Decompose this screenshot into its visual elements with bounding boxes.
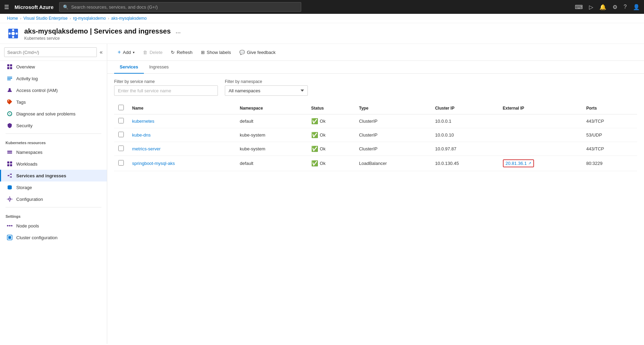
external-ip-link[interactable]: 20.81.36.1 (506, 161, 527, 166)
account-icon[interactable]: 👤 (633, 4, 640, 10)
sidebar-item-overview[interactable]: Overview (0, 61, 107, 73)
search-icon: 🔍 (63, 4, 68, 10)
sidebar-item-label: Services and ingresses (16, 173, 66, 178)
sidebar-item-activity-log[interactable]: Activity log (0, 73, 107, 84)
status-ok-icon: ✅ (311, 146, 318, 152)
filter-namespace: Filter by namespace All namespacesdefaul… (225, 79, 308, 96)
svg-rect-28 (8, 236, 11, 239)
breadcrumb-home[interactable]: Home (7, 16, 18, 21)
sidebar-item-node-pools[interactable]: Node pools (0, 220, 107, 232)
cell-cluster-ip: 10.0.0.1 (431, 114, 499, 128)
sidebar-item-label: Storage (16, 185, 32, 190)
svg-point-3 (12, 36, 14, 38)
refresh-button[interactable]: ↻ Refresh (167, 48, 196, 57)
service-name-link[interactable]: kube-dns (132, 132, 150, 138)
service-name-link[interactable]: kubernetes (132, 119, 154, 124)
topnav-icons: ⌨ ▷ 🔔 ⚙ ? 👤 (575, 4, 640, 10)
sidebar-item-label: Diagnose and solve problems (16, 111, 75, 116)
cell-namespace: default (236, 114, 307, 128)
breadcrumb: Home › Visual Studio Enterprise › rg-mys… (0, 14, 644, 23)
sidebar-search-input[interactable] (4, 47, 97, 57)
breadcrumb-current[interactable]: aks-mysqlaksdemo (111, 16, 147, 21)
sidebar-item-services-ingresses[interactable]: Services and ingresses (0, 170, 107, 181)
sidebar-item-label: Workloads (16, 161, 37, 167)
sidebar-item-namespaces[interactable]: Namespaces (0, 146, 107, 158)
settings-icon[interactable]: ⚙ (613, 4, 617, 10)
status-ok-icon: ✅ (311, 132, 318, 138)
svg-point-4 (9, 32, 11, 35)
svg-rect-14 (7, 151, 12, 152)
config-icon (7, 196, 13, 202)
status-ok-icon: ✅ (311, 160, 318, 167)
page-header: aks-mysqlaksdemo | Services and ingresse… (0, 23, 644, 44)
hamburger-menu[interactable]: ☰ (4, 4, 9, 10)
add-button[interactable]: + Add ▾ (114, 47, 138, 57)
cell-namespace: kube-system (236, 142, 307, 156)
cell-name: metrics-server (128, 142, 236, 156)
sidebar-item-storage[interactable]: Storage (0, 181, 107, 193)
breadcrumb-subscription[interactable]: Visual Studio Enterprise (24, 16, 68, 21)
global-search[interactable]: 🔍 Search resources, services, and docs (… (59, 2, 301, 12)
help-icon[interactable]: ? (624, 4, 627, 10)
table-row: kube-dnskube-system✅ OkClusterIP10.0.0.1… (114, 128, 637, 142)
svg-rect-6 (7, 64, 9, 66)
cell-external-ip (499, 142, 582, 156)
svg-point-25 (7, 225, 8, 226)
cell-name: kubernetes (128, 114, 236, 128)
sidebar-item-label: Node pools (16, 223, 39, 229)
notifications-icon[interactable]: 🔔 (599, 4, 606, 10)
delete-button[interactable]: 🗑 Delete (139, 48, 166, 57)
sidebar-item-tags[interactable]: Tags (0, 96, 107, 108)
table-row: metrics-serverkube-system✅ OkClusterIP10… (114, 142, 637, 156)
service-name-link[interactable]: springboot-mysql-aks (132, 161, 175, 166)
svg-rect-18 (7, 164, 9, 166)
tab-services[interactable]: Services (114, 61, 144, 74)
give-feedback-button[interactable]: 💬 Give feedback (236, 48, 279, 57)
svg-rect-15 (7, 152, 12, 153)
table-body: kubernetesdefault✅ OkClusterIP10.0.0.144… (114, 114, 637, 171)
sidebar-item-label: Configuration (16, 197, 43, 202)
col-type: Type (355, 102, 431, 114)
cell-external-ip: 20.81.36.1 ↗ (499, 156, 582, 171)
svg-point-20 (8, 175, 9, 176)
show-labels-button[interactable]: ⊞ Show labels (197, 48, 234, 57)
row-checkbox[interactable] (118, 132, 124, 137)
filter-namespace-select[interactable]: All namespacesdefaultkube-system (225, 85, 308, 96)
row-checkbox[interactable] (118, 118, 124, 123)
cloud-shell-icon[interactable]: ▷ (589, 4, 593, 10)
give-feedback-label: Give feedback (247, 50, 276, 55)
activity-log-icon (7, 75, 13, 82)
sidebar-section-settings: Settings (0, 209, 107, 220)
svg-rect-8 (7, 67, 9, 69)
main-layout: « Overview Activity log Access control (… (0, 44, 644, 344)
svg-point-2 (12, 29, 14, 31)
sidebar-item-configuration[interactable]: Configuration (0, 193, 107, 205)
tab-ingresses[interactable]: Ingresses (144, 61, 174, 74)
sidebar-item-security[interactable]: Security (0, 120, 107, 131)
svg-rect-17 (10, 161, 12, 164)
storage-icon (7, 184, 13, 190)
namespaces-icon (7, 149, 13, 155)
col-ports: Ports (582, 102, 637, 114)
filter-service-name-input[interactable] (114, 85, 218, 96)
sidebar-item-access-control[interactable]: Access control (IAM) (0, 84, 107, 96)
terminal-icon[interactable]: ⌨ (575, 4, 583, 10)
sidebar-item-cluster-configuration[interactable]: Cluster configuration (0, 232, 107, 243)
collapse-sidebar-button[interactable]: « (100, 49, 103, 55)
row-checkbox[interactable] (118, 160, 124, 166)
sidebar-item-workloads[interactable]: Workloads (0, 158, 107, 170)
refresh-icon: ↻ (171, 50, 175, 55)
cell-name: springboot-mysql-aks (128, 156, 236, 171)
breadcrumb-rg[interactable]: rg-mysqlaksdemo (73, 16, 106, 21)
refresh-label: Refresh (177, 50, 193, 55)
cell-ports: 53/UDP (582, 128, 637, 142)
top-navigation: ☰ Microsoft Azure 🔍 Search resources, se… (0, 0, 644, 14)
select-all-checkbox[interactable] (118, 105, 124, 110)
services-icon (7, 172, 13, 179)
row-checkbox[interactable] (118, 146, 124, 151)
sidebar-item-diagnose[interactable]: Diagnose and solve problems (0, 108, 107, 120)
col-status: Status (307, 102, 355, 114)
table-container: Name Namespace Status Type Cluster IP Ex… (107, 99, 644, 178)
service-name-link[interactable]: metrics-server (132, 146, 160, 151)
ellipsis-button[interactable]: ... (174, 28, 182, 35)
